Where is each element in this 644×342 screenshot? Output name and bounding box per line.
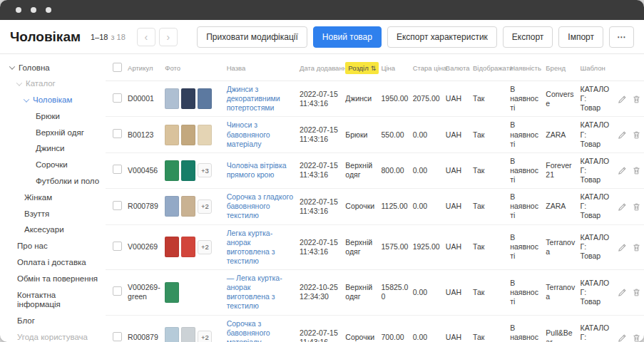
delete-icon[interactable] bbox=[632, 333, 641, 342]
column-header-section[interactable]: Розділ⇅ bbox=[343, 56, 379, 81]
edit-icon[interactable] bbox=[618, 202, 627, 212]
product-photo[interactable] bbox=[165, 88, 179, 109]
product-name-link[interactable]: Легка куртка-анорак виготовлена з тексти… bbox=[227, 229, 275, 265]
product-brand: Forever 21 bbox=[543, 152, 578, 188]
row-checkbox[interactable] bbox=[113, 332, 122, 341]
product-name-link[interactable]: Чоловіча вітрівка прямого крою bbox=[227, 161, 287, 179]
sidebar-item-about[interactable]: Про нас bbox=[0, 239, 106, 255]
product-name-link[interactable]: Джинси з декоративними потертостями bbox=[227, 85, 280, 112]
row-checkbox[interactable] bbox=[113, 286, 122, 296]
sidebar-item-home[interactable]: Головна bbox=[0, 60, 106, 76]
row-checkbox[interactable] bbox=[113, 201, 122, 210]
more-actions-button[interactable]: ⋯ bbox=[609, 26, 634, 48]
product-name-link[interactable]: Чиноси з бавовняного матеріалу bbox=[227, 120, 270, 147]
sidebar-item-jeans[interactable]: Джинси bbox=[0, 141, 106, 157]
column-header-price[interactable]: Ціна bbox=[379, 56, 410, 81]
product-name-link[interactable]: Сорочка з бавовняного матеріалу притален… bbox=[227, 319, 290, 342]
select-all-checkbox[interactable] bbox=[113, 63, 122, 72]
product-photo[interactable] bbox=[181, 237, 195, 257]
sidebar-item-blog[interactable]: Блог bbox=[0, 314, 106, 330]
edit-icon[interactable] bbox=[618, 130, 627, 140]
sidebar-item-shoes[interactable]: Взуття bbox=[0, 206, 106, 222]
product-photo[interactable] bbox=[165, 327, 179, 342]
next-page-button[interactable]: › bbox=[159, 28, 178, 46]
product-name-link[interactable]: Сорочка з гладкого бавовняного текстилю bbox=[227, 192, 293, 219]
product-photo[interactable] bbox=[181, 88, 195, 109]
sidebar-item-outerwear[interactable]: Верхній одяг bbox=[0, 125, 106, 141]
row-checkbox[interactable] bbox=[113, 165, 122, 174]
product-photo[interactable] bbox=[165, 125, 179, 145]
delete-icon[interactable] bbox=[632, 166, 641, 175]
edit-icon[interactable] bbox=[618, 166, 627, 175]
column-header-old_price[interactable]: Стара ціна bbox=[411, 56, 444, 81]
edit-icon[interactable] bbox=[618, 243, 627, 252]
product-photo[interactable] bbox=[181, 125, 195, 145]
product-photo[interactable] bbox=[165, 237, 179, 257]
column-header-currency[interactable]: Валюта bbox=[444, 56, 471, 81]
table-row: V000269-green— Легка куртка-анорак вигот… bbox=[106, 270, 644, 316]
sidebar-item-tshirts-polo[interactable]: Футболки и поло bbox=[0, 174, 106, 190]
template-line-bottom: Товар bbox=[581, 175, 613, 185]
column-header-date[interactable]: Дата додавання bbox=[297, 56, 343, 81]
column-header-brand[interactable]: Бренд bbox=[543, 56, 578, 81]
more-photos-badge[interactable]: +2 bbox=[198, 200, 212, 214]
product-name-link[interactable]: — Легка куртка-анорак виготовлена з текс… bbox=[227, 274, 282, 310]
prev-page-button[interactable]: ‹ bbox=[137, 28, 155, 46]
sort-icon[interactable]: ⇅ bbox=[371, 65, 377, 72]
sidebar-item-label: Контактна інформація bbox=[17, 291, 101, 311]
edit-icon[interactable] bbox=[618, 95, 627, 104]
delete-icon[interactable] bbox=[632, 130, 641, 140]
sidebar-item-accessories[interactable]: Аксесуари bbox=[0, 222, 106, 239]
export-button[interactable]: Експорт bbox=[503, 26, 553, 48]
product-photo[interactable] bbox=[198, 125, 212, 145]
row-checkbox[interactable] bbox=[113, 129, 122, 138]
product-photo[interactable] bbox=[165, 160, 179, 181]
sidebar-item-men[interactable]: Чоловікам bbox=[0, 93, 106, 109]
edit-icon[interactable] bbox=[618, 333, 627, 342]
import-button[interactable]: Імпорт bbox=[558, 26, 603, 48]
product-photo[interactable] bbox=[181, 327, 195, 342]
edit-icon[interactable] bbox=[618, 288, 627, 297]
product-name-cell: Чиноси з бавовняного матеріалу bbox=[225, 117, 297, 152]
sidebar-item-user-agreement[interactable]: Угода користувача bbox=[0, 330, 106, 342]
sidebar-item-exchange-return[interactable]: Обмін та повернення bbox=[0, 271, 106, 287]
window-dot-icon[interactable] bbox=[16, 7, 21, 13]
delete-icon[interactable] bbox=[632, 202, 641, 212]
new-product-button[interactable]: Новий товар bbox=[313, 26, 382, 48]
window-dot-icon[interactable] bbox=[31, 7, 36, 13]
column-header-template[interactable]: Шаблон bbox=[578, 56, 615, 81]
window-dot-icon[interactable] bbox=[46, 7, 51, 13]
column-header-name[interactable]: Назва bbox=[225, 56, 297, 81]
product-photo[interactable] bbox=[181, 160, 195, 181]
product-photo[interactable] bbox=[198, 88, 212, 109]
product-price: 1125.00 bbox=[379, 189, 410, 224]
column-header-photo[interactable]: Фото bbox=[163, 56, 224, 81]
template-line-bottom: Товар bbox=[581, 297, 613, 306]
product-photo[interactable] bbox=[181, 196, 195, 217]
export-characteristics-button[interactable]: Експорт характеристик bbox=[387, 26, 497, 48]
more-photos-badge[interactable]: +2 bbox=[198, 240, 212, 254]
hide-modifications-button[interactable]: Приховати модифікації bbox=[197, 26, 307, 48]
sidebar-item-payment-delivery[interactable]: Оплата і доставка bbox=[0, 255, 106, 271]
product-photo[interactable] bbox=[165, 282, 179, 303]
delete-icon[interactable] bbox=[632, 243, 641, 252]
sidebar-item-catalog[interactable]: Каталог bbox=[0, 76, 106, 93]
product-display: Так bbox=[471, 270, 508, 316]
column-header-stock[interactable]: Наявність bbox=[508, 56, 543, 81]
row-checkbox[interactable] bbox=[113, 93, 122, 103]
delete-icon[interactable] bbox=[632, 288, 641, 297]
sidebar-item-trousers[interactable]: Брюки bbox=[0, 108, 106, 125]
column-header-id[interactable]: Артикул bbox=[126, 56, 163, 81]
more-photos-badge[interactable]: +2 bbox=[198, 331, 212, 342]
product-photo[interactable] bbox=[165, 196, 179, 217]
row-checkbox[interactable] bbox=[113, 242, 122, 251]
sidebar-item-women[interactable]: Жінкам bbox=[0, 190, 106, 206]
sidebar-item-label: Угода користувача bbox=[17, 333, 88, 342]
product-date: 2022-07-15 11:43:16 bbox=[297, 117, 343, 152]
column-header-display[interactable]: Відображати bbox=[471, 56, 508, 81]
sidebar-item-label: Сорочки bbox=[36, 160, 68, 170]
sidebar-item-contact-info[interactable]: Контактна інформація bbox=[0, 287, 106, 314]
delete-icon[interactable] bbox=[632, 95, 641, 104]
more-photos-badge[interactable]: +3 bbox=[198, 163, 212, 177]
sidebar-item-shirts[interactable]: Сорочки bbox=[0, 157, 106, 174]
